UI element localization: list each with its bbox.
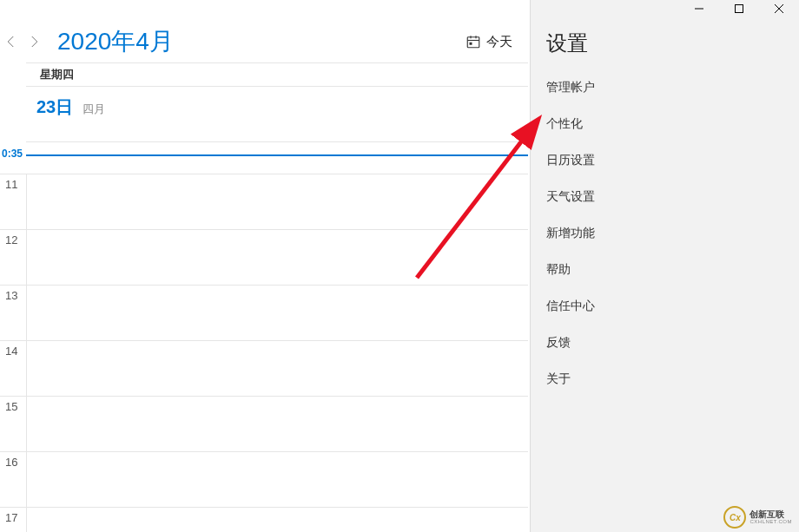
settings-item-1[interactable]: 个性化	[531, 106, 799, 142]
hour-label: 15	[5, 400, 17, 413]
hour-row[interactable]: 14	[0, 340, 528, 396]
watermark-name: 创新互联	[749, 510, 792, 519]
svg-rect-8	[470, 43, 472, 45]
hour-row[interactable]: 11	[0, 174, 528, 229]
window-title-bar	[679, 0, 799, 17]
weekday-header: 星期四	[26, 62, 528, 87]
date-title[interactable]: 2020年4月	[57, 25, 174, 58]
hour-label: 14	[5, 345, 17, 358]
settings-panel: 设置 管理帐户个性化日历设置天气设置新增功能帮助信任中心反馈关于	[530, 0, 799, 532]
hour-label: 13	[5, 289, 17, 302]
hour-row[interactable]: 15	[0, 396, 528, 451]
prev-button[interactable]	[0, 21, 23, 62]
svg-rect-1	[736, 5, 743, 13]
settings-item-5[interactable]: 帮助	[531, 252, 799, 288]
settings-item-4[interactable]: 新增功能	[531, 215, 799, 252]
minimize-button[interactable]	[679, 0, 719, 17]
settings-item-7[interactable]: 反馈	[531, 325, 799, 361]
settings-item-2[interactable]: 日历设置	[531, 142, 799, 179]
svg-rect-4	[467, 37, 479, 48]
hour-label: 17	[5, 511, 17, 524]
time-grid[interactable]: 0:35 11121314151617	[0, 142, 528, 532]
date-cell[interactable]: 23日 四月	[26, 87, 528, 142]
today-button[interactable]: 今天	[466, 34, 512, 50]
next-button[interactable]	[23, 21, 45, 62]
date-month: 四月	[83, 102, 105, 115]
current-time-line	[26, 154, 528, 156]
watermark: Cx 创新互联 CXHLNET.COM	[723, 506, 792, 529]
current-time-label: 0:35	[2, 148, 23, 160]
maximize-button[interactable]	[719, 0, 759, 17]
close-button[interactable]	[759, 0, 799, 17]
watermark-sub: CXHLNET.COM	[749, 519, 792, 524]
settings-item-3[interactable]: 天气设置	[531, 179, 799, 215]
date-day: 23日	[36, 97, 73, 116]
hour-row[interactable]: 17	[0, 507, 528, 532]
hour-row[interactable]: 12	[0, 229, 528, 285]
weekday-label: 星期四	[40, 67, 74, 82]
today-label: 今天	[486, 34, 512, 50]
hour-label: 11	[5, 178, 17, 191]
settings-title: 设置	[531, 26, 799, 69]
hour-row[interactable]: 16	[0, 451, 528, 507]
settings-item-6[interactable]: 信任中心	[531, 288, 799, 325]
hour-row[interactable]: 13	[0, 285, 528, 340]
hour-label: 16	[5, 456, 17, 469]
hour-label: 12	[5, 233, 17, 246]
settings-item-8[interactable]: 关于	[531, 361, 799, 397]
calendar-icon	[466, 34, 481, 49]
watermark-logo: Cx	[723, 506, 746, 529]
settings-item-0[interactable]: 管理帐户	[531, 69, 799, 106]
